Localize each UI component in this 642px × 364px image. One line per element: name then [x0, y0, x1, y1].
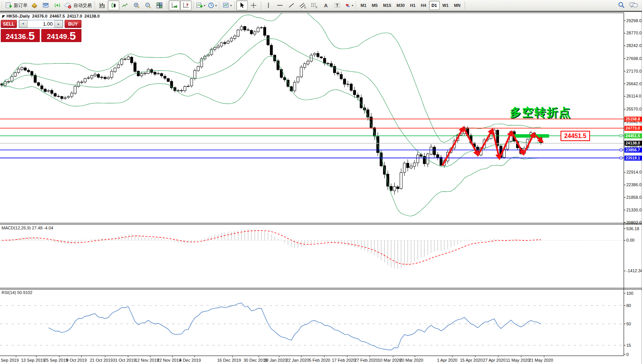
date-tick: Sep 2019: [1, 358, 19, 362]
volume-input[interactable]: [28, 20, 54, 28]
macd-tick: 0.00: [626, 238, 634, 242]
macd-tick: 536.18: [626, 226, 639, 231]
price-label-box: 24451.5: [561, 131, 590, 141]
price-badge-24138.0: 24138.0: [624, 141, 642, 146]
date-tick: 13 Sep 2019: [21, 358, 45, 362]
date-tick: 10 Mar 2020: [378, 358, 401, 362]
price-badge-24451.5: 24451.5: [624, 133, 642, 138]
price-tick: 29298.0: [626, 18, 642, 23]
sell-price-frac: 5: [28, 30, 35, 41]
rsi-tick: 100: [626, 291, 633, 296]
price-axis-line: [624, 13, 624, 356]
date-tick: 31 Oct 2019: [113, 358, 136, 362]
date-tick: 10 Jan 2020: [264, 358, 287, 362]
hline-handle[interactable]: [620, 135, 622, 137]
buy-price-dot: .: [67, 33, 69, 41]
date-tick: 21 Oct 2019: [90, 358, 113, 362]
rsi-tick: 15: [626, 343, 631, 348]
date-tick: 27 Apr 2020: [483, 358, 505, 362]
price-tick: 22914.0: [626, 170, 642, 174]
macd-tick: -1412.34: [626, 268, 642, 273]
date-tick: 20 Mar 2020: [400, 358, 423, 362]
price-tick: 27170.0: [626, 69, 642, 73]
rsi-tick: 80: [626, 303, 631, 308]
sell-price-button[interactable]: 24136.5: [1, 29, 40, 42]
price-high: 24467.5: [50, 14, 65, 18]
price-tick: 28242.0: [626, 43, 642, 48]
chart-canvas[interactable]: [0, 0, 642, 364]
hline-handle[interactable]: [620, 149, 622, 151]
date-tick: 12 Nov 2019: [135, 358, 159, 362]
price-badge-25158.8: 25158.8: [624, 117, 642, 122]
sell-price-dot: .: [26, 33, 28, 41]
price-tick: 21858.0: [626, 195, 642, 200]
date-tick: 5 Feb 2020: [309, 358, 330, 362]
price-tick: 26114.0: [626, 94, 641, 98]
price-tick: 28770.0: [626, 31, 642, 35]
price-tick: 22386.0: [626, 182, 642, 187]
date-tick: 1 Apr 2020: [437, 358, 457, 362]
price-close: 24138.0: [85, 14, 100, 18]
date-tick: 9 Oct 2019: [66, 358, 87, 362]
buy-price-int: 24149: [47, 32, 67, 41]
date-tick: 27 Feb 2020: [354, 358, 378, 362]
mt4-window: 新订单 自动交易: [0, 0, 642, 364]
macd-label: MACD(12,26,9) 27.48 -4.04: [2, 226, 53, 230]
date-tick: 22 Nov 2019: [157, 358, 181, 362]
rsi-line: [49, 303, 541, 350]
one-click-trading-panel: SELL ▼ ▲ BUY 24136.5 24149.5: [1, 20, 81, 42]
date-tick: 17 Feb 2020: [332, 358, 356, 362]
date-tick: 25 Sep 2019: [44, 358, 68, 362]
macd-histogram: [2, 229, 541, 269]
chart-arrow-icon: ◤: [2, 15, 5, 18]
sell-price-int: 24136: [6, 32, 26, 41]
buy-button[interactable]: BUY: [65, 20, 81, 28]
date-tick: 4 Dec 2019: [179, 358, 201, 362]
price-tick: 25570.0: [626, 107, 642, 111]
hline-handle[interactable]: [620, 157, 622, 159]
date-tick: 15 Apr 2020: [460, 358, 483, 362]
sell-button[interactable]: SELL: [1, 20, 17, 28]
pane-separator[interactable]: [0, 288, 642, 288]
volume-spinner: ▼ ▲: [19, 20, 63, 28]
price-badge-24773.0: 24773.0: [624, 126, 642, 131]
buy-price-button[interactable]: 24149.5: [41, 29, 81, 42]
price-badge-23856.7: 23856.7: [624, 148, 642, 153]
volume-down-button[interactable]: ▼: [19, 20, 28, 28]
turning-point-annotation: 多空转折点: [510, 105, 571, 120]
price-tick: 21330.0: [626, 208, 642, 212]
symbol-period: HK50-,Daily: [7, 14, 30, 18]
pane-separator[interactable]: [0, 224, 642, 224]
date-tick: 22 Jan 2020: [286, 358, 309, 362]
candles-layer: [1, 25, 542, 195]
rsi-tick: 0: [626, 352, 629, 357]
price-badge-23519.1: 23519.1: [624, 156, 642, 161]
buy-price-frac: 5: [70, 30, 76, 41]
price-tick: 27698.0: [626, 56, 642, 61]
date-tick: 11 May 2020: [506, 358, 530, 362]
price-low: 24117.0: [67, 14, 82, 18]
rsi-tick: 50: [626, 322, 631, 326]
chart-top-border: [0, 13, 624, 13]
pane-separator[interactable]: [0, 289, 642, 289]
date-tick: 16 Dec 2019: [217, 358, 241, 362]
rsi-label: RSI(14) 50.9102: [2, 290, 33, 295]
window-right-edge: [641, 12, 642, 364]
price-tick: 20802.0: [626, 220, 642, 225]
pane-separator[interactable]: [0, 223, 642, 223]
bollinger-bands: [2, 5, 541, 216]
zigzag-arrows[interactable]: [442, 127, 534, 166]
volume-up-button[interactable]: ▲: [54, 20, 63, 28]
chart-title: ◤HK50-,Daily24376.024467.524117.024138.0: [2, 14, 102, 18]
date-tick: 21 May 2020: [529, 358, 553, 362]
date-axis-border: [0, 356, 624, 356]
price-open: 24376.0: [32, 14, 47, 18]
price-tick: 26642.0: [626, 81, 642, 86]
